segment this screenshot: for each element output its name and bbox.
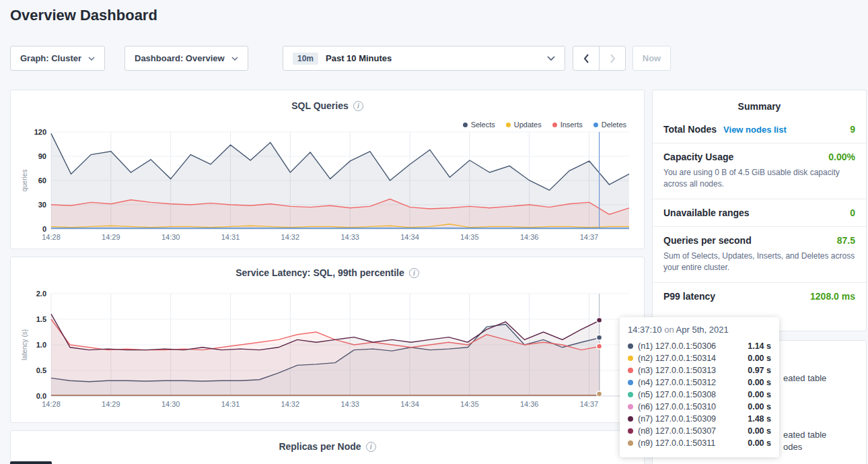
summary-value: 0 [850, 207, 855, 218]
svg-text:14:31: 14:31 [221, 233, 240, 241]
svg-text:120: 120 [34, 128, 46, 136]
time-range-badge: 10m [293, 53, 318, 65]
summary-panel: Summary Total Nodes View nodes list 9 Ca… [652, 90, 867, 331]
svg-text:14:29: 14:29 [102, 233, 120, 241]
dashboard-dropdown[interactable]: Dashboard: Overview [124, 46, 248, 71]
summary-label: Total Nodes [663, 124, 717, 135]
page-title: Overview Dashboard [10, 7, 157, 24]
svg-text:14:36: 14:36 [520, 400, 539, 408]
svg-text:queries: queries [21, 170, 28, 192]
tooltip-row: (n8) 127.0.0.1:503070.00 s [628, 425, 771, 437]
tooltip-date: Apr 5th, 2021 [676, 325, 729, 335]
time-range-dropdown[interactable]: 10m Past 10 Minutes [283, 46, 565, 71]
info-icon[interactable]: i [353, 101, 363, 111]
svg-text:14:35: 14:35 [460, 400, 479, 408]
view-nodes-list-link[interactable]: View nodes list [723, 125, 787, 135]
time-range-label: Past 10 Minutes [326, 53, 547, 63]
svg-text:0: 0 [42, 225, 46, 233]
event-text-fragment: eated table [783, 373, 826, 383]
svg-text:1.5: 1.5 [36, 315, 46, 323]
now-button[interactable]: Now [632, 46, 671, 71]
summary-value: 0.00% [828, 152, 855, 162]
node-dot-icon [628, 392, 633, 397]
node-value: 0.00 s [748, 354, 771, 363]
node-dot-icon [628, 356, 633, 361]
updates-dot-icon [506, 123, 511, 127]
svg-text:14:37: 14:37 [580, 400, 599, 408]
chevron-right-icon [610, 54, 616, 63]
summary-value: 9 [850, 124, 855, 135]
time-prev-button[interactable] [573, 46, 600, 71]
tooltip-row: (n5) 127.0.0.1:503080.00 s [628, 389, 771, 401]
inserts-dot-icon [552, 123, 557, 127]
tooltip-row: (n9) 127.0.0.1:503110.00 s [628, 437, 771, 449]
svg-text:14:33: 14:33 [340, 400, 359, 408]
node-value: 0.00 s [748, 378, 771, 387]
svg-text:2.0: 2.0 [36, 290, 46, 298]
summary-description: You are using 0 B of 4.5 GiB usable disk… [663, 167, 855, 191]
node-value: 0.00 s [748, 426, 771, 436]
info-icon[interactable]: i [366, 442, 376, 452]
summary-label: Unavailable ranges [663, 207, 750, 218]
tooltip-row: (n6) 127.0.0.1:503100.00 s [628, 401, 771, 413]
sql-queries-card: SQL Queries i Selects Updates Inserts De… [10, 90, 645, 249]
tooltip-row: (n4) 127.0.0.1:503120.00 s [628, 376, 771, 389]
dashboard-dropdown-label: Dashboard: Overview [135, 53, 225, 63]
chevron-left-icon [583, 54, 589, 63]
summary-title: Summary [653, 101, 866, 112]
service-latency-chart[interactable]: 14:2814:2914:3014:3114:3214:3314:3414:35… [17, 290, 637, 409]
svg-text:0.0: 0.0 [36, 392, 46, 400]
node-dot-icon [628, 416, 633, 422]
time-next-button[interactable] [599, 46, 626, 71]
service-latency-card: Service Latency: SQL, 99th percentile i … [10, 257, 645, 423]
sql-queries-chart[interactable]: 14:2814:2914:3014:3114:3214:3314:3414:35… [17, 128, 637, 242]
svg-text:14:31: 14:31 [221, 400, 240, 408]
summary-label: Capacity Usage [663, 152, 733, 162]
tooltip-row: (n3) 127.0.0.1:503130.97 s [628, 364, 771, 376]
summary-row-capacity-usage: Capacity Usage 0.00% You are using 0 B o… [653, 143, 866, 199]
svg-text:14:32: 14:32 [281, 400, 300, 408]
chevron-down-icon [231, 57, 238, 61]
summary-value: 1208.0 ms [810, 291, 855, 302]
node-label: (n7) 127.0.0.1:50309 [638, 414, 716, 424]
node-label: (n8) 127.0.0.1:50307 [638, 426, 716, 436]
graph-dropdown[interactable]: Graph: Cluster [10, 46, 105, 71]
info-icon[interactable]: i [409, 268, 419, 278]
chevron-down-icon [547, 56, 555, 61]
now-button-label: Now [643, 53, 661, 63]
chart-header: SQL Queries i [11, 100, 644, 111]
node-value: 1.14 s [748, 341, 771, 351]
svg-text:30: 30 [38, 201, 46, 209]
svg-text:14:36: 14:36 [520, 233, 539, 241]
tooltip-row: (n7) 127.0.0.1:503091.48 s [628, 413, 771, 425]
svg-text:14:30: 14:30 [161, 400, 180, 408]
tooltip-timestamp: 14:37:10 on Apr 5th, 2021 [628, 325, 771, 335]
chart-header: Service Latency: SQL, 99th percentile i [11, 267, 644, 278]
node-dot-icon [628, 380, 633, 385]
node-value: 0.97 s [748, 366, 771, 375]
svg-text:90: 90 [38, 152, 46, 160]
node-value: 0.00 s [748, 402, 771, 411]
node-label: (n5) 127.0.0.1:50308 [638, 390, 716, 399]
node-label: (n6) 127.0.0.1:50310 [638, 402, 716, 411]
svg-text:14:28: 14:28 [42, 233, 61, 241]
node-dot-icon [628, 343, 633, 349]
event-text-fragment: odes [783, 442, 802, 452]
summary-row-unavailable-ranges: Unavailable ranges 0 [653, 199, 866, 226]
svg-text:60: 60 [38, 176, 46, 185]
svg-text:14:35: 14:35 [460, 233, 479, 241]
svg-text:14:28: 14:28 [42, 400, 61, 408]
summary-description: Sum of Selects, Updates, Inserts, and De… [663, 251, 855, 274]
summary-row-total-nodes: Total Nodes View nodes list 9 [653, 116, 866, 143]
tooltip-conj: on [664, 325, 674, 335]
deletes-dot-icon [593, 123, 598, 127]
summary-row-queries-per-second: Queries per second 87.5 Sum of Selects, … [653, 226, 866, 282]
svg-text:14:32: 14:32 [281, 233, 300, 241]
selects-dot-icon [463, 123, 468, 127]
svg-text:14:29: 14:29 [102, 400, 120, 408]
svg-text:14:34: 14:34 [400, 400, 419, 408]
summary-row-p99-latency: P99 latency 1208.0 ms [653, 282, 866, 310]
tooltip-row: (n1) 127.0.0.1:503061.14 s [628, 340, 771, 352]
clipped-dark-element [10, 461, 52, 464]
node-dot-icon [628, 440, 633, 446]
